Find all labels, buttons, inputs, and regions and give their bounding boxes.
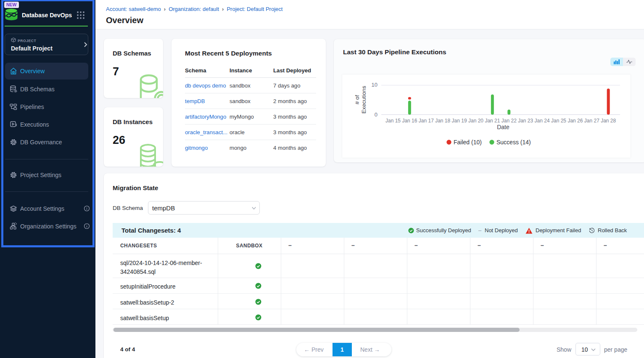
svg-text:Jan 26: Jan 26	[567, 118, 583, 124]
svg-text:Failed (10): Failed (10)	[454, 139, 482, 146]
svg-text:Executions: Executions	[361, 86, 367, 114]
svg-text:Jan 16: Jan 16	[402, 118, 417, 124]
svg-text:Jan 17: Jan 17	[419, 118, 434, 124]
svg-text:Success (14): Success (14)	[496, 139, 531, 146]
svg-text:Jan 25: Jan 25	[551, 118, 566, 124]
svg-text:Jan 27: Jan 27	[584, 118, 599, 124]
svg-text:Jan 15: Jan 15	[385, 118, 401, 124]
svg-text:Jan 22: Jan 22	[501, 118, 517, 124]
svg-text:0: 0	[375, 111, 377, 118]
svg-text:Jan 28: Jan 28	[601, 118, 616, 124]
svg-text:Jan 18: Jan 18	[435, 118, 450, 124]
svg-text:Jan 24: Jan 24	[535, 118, 550, 124]
svg-text:Date: Date	[497, 124, 509, 130]
svg-text:Jan 20: Jan 20	[468, 118, 483, 124]
svg-text:Jan 23: Jan 23	[518, 118, 533, 124]
svg-text:# of: # of	[354, 95, 360, 104]
svg-text:Jan 21: Jan 21	[485, 118, 500, 124]
svg-text:10: 10	[372, 82, 377, 88]
svg-text:Jan 19: Jan 19	[452, 118, 467, 124]
